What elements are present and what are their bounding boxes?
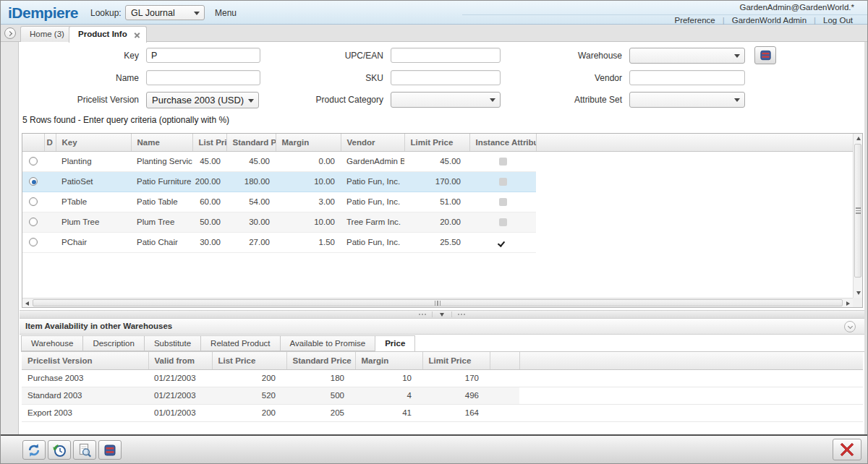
- attribute-set-select[interactable]: [629, 92, 745, 108]
- upc-input[interactable]: [391, 48, 501, 63]
- scrollbar-corner: [853, 298, 862, 307]
- cell-margin: 4: [355, 387, 422, 404]
- vertical-scrollbar[interactable]: [853, 134, 862, 298]
- product-attribute-button[interactable]: [754, 46, 776, 64]
- product-category-select[interactable]: [391, 92, 501, 108]
- tab-available-to-promise[interactable]: Available to Promise: [280, 335, 376, 351]
- tab-product-info[interactable]: Product Info: [69, 26, 147, 43]
- dropdown-arrow-icon: [248, 99, 254, 103]
- pricelist-version-label: Pricelist Version: [20, 92, 139, 108]
- availability-panel-header: Item Availability in other Warehouses: [20, 319, 864, 335]
- cell-name: Plum Tree: [131, 212, 192, 232]
- panel-splitter[interactable]: [20, 310, 864, 319]
- key-input[interactable]: [146, 48, 260, 63]
- role-link[interactable]: GardenWorld Admin: [725, 16, 814, 25]
- scroll-right-button[interactable]: [843, 298, 853, 308]
- history-button[interactable]: [48, 440, 71, 460]
- cell-list-price: 45.00: [192, 151, 226, 171]
- horizontal-scrollbar[interactable]: [22, 298, 853, 307]
- collapse-panel-button[interactable]: [844, 321, 856, 332]
- table-row[interactable]: Plum Tree Plum Tree 50.00 30.00 10.00 Tr…: [22, 212, 853, 232]
- refresh-button[interactable]: [22, 440, 46, 460]
- col-standard-price[interactable]: Standard Price: [226, 134, 276, 151]
- col-pricelist-version[interactable]: Pricelist Version: [22, 352, 148, 369]
- col-instance-attribute[interactable]: Instance Attribute: [469, 134, 536, 151]
- close-tab-icon[interactable]: [134, 32, 140, 38]
- table-row[interactable]: Planting Planting Service 45.00 45.00 0.…: [22, 151, 853, 171]
- expand-sidebar-button[interactable]: [4, 27, 16, 39]
- cell-vendor: Patio Fun, Inc.: [341, 171, 404, 192]
- scroll-down-button[interactable]: [854, 288, 863, 298]
- col-valid-from[interactable]: Valid from: [148, 352, 212, 369]
- col-list-price[interactable]: List Price: [192, 134, 226, 151]
- dropdown-arrow-icon: [490, 98, 495, 102]
- cancel-button[interactable]: [833, 439, 861, 460]
- cell-vendor: Patio Fun, Inc.: [341, 232, 404, 252]
- vertical-scroll-thumb[interactable]: [854, 144, 861, 278]
- chevron-right-icon: [7, 30, 12, 35]
- tab-related-product[interactable]: Related Product: [200, 335, 280, 351]
- scroll-down-icon: [856, 291, 861, 295]
- instance-attribute-checkbox: [499, 158, 507, 166]
- price-row[interactable]: Purchase 2003 01/21/2003 200 180 10 170: [22, 369, 863, 387]
- tab-description[interactable]: Description: [82, 335, 145, 351]
- col-key[interactable]: Key: [56, 134, 131, 151]
- vendor-input[interactable]: [629, 70, 745, 85]
- session-links: Preference|GardenWorld Admin|Log Out: [667, 16, 860, 25]
- cell-valid-from: 01/21/2003: [148, 387, 212, 404]
- row-select-radio[interactable]: [29, 197, 38, 206]
- horizontal-scroll-thumb[interactable]: [33, 299, 843, 306]
- upc-label: UPC/EAN: [264, 48, 383, 64]
- table-row[interactable]: PChair Patio Chair 30.00 27.00 1.50 Pati…: [22, 232, 853, 252]
- scroll-up-button[interactable]: [854, 134, 863, 143]
- menu-link[interactable]: Menu: [215, 8, 237, 18]
- price-row[interactable]: Standard 2003 01/21/2003 520 500 4 496: [22, 387, 863, 404]
- price-tab-content: Pricelist Version Valid from List Price …: [22, 352, 863, 422]
- cell-standard-price: 27.00: [226, 232, 276, 252]
- sku-input[interactable]: [391, 70, 501, 85]
- col-limit-price[interactable]: Limit Price: [404, 134, 469, 151]
- window-edge: [864, 42, 867, 434]
- col-margin[interactable]: Margin: [276, 134, 341, 151]
- row-select-radio[interactable]: [29, 157, 38, 166]
- lookup-select[interactable]: GL Journal: [125, 5, 205, 20]
- col-margin[interactable]: Margin: [355, 352, 422, 369]
- cell-margin: 0.00: [276, 151, 341, 171]
- logout-link[interactable]: Log Out: [816, 16, 860, 25]
- name-input[interactable]: [146, 70, 260, 85]
- tab-warehouse[interactable]: Warehouse: [21, 335, 83, 351]
- table-row-selected[interactable]: PatioSet Patio Furniture Set 200.00 180.…: [22, 171, 853, 192]
- price-row[interactable]: Export 2003 01/01/2003 200 205 41 164: [22, 404, 863, 421]
- col-vendor[interactable]: Vendor: [341, 134, 404, 151]
- cell-standard-price: 54.00: [226, 192, 276, 212]
- table-row[interactable]: PTable Patio Table 60.00 54.00 3.00 Pati…: [22, 192, 853, 212]
- cell-name: Patio Furniture Set: [131, 171, 192, 192]
- product-button[interactable]: [98, 440, 122, 460]
- col-standard-price[interactable]: Standard Price: [286, 352, 355, 369]
- preference-link[interactable]: Preference: [667, 16, 722, 25]
- row-select-radio[interactable]: [29, 238, 38, 246]
- cell-name: Patio Chair: [131, 232, 192, 252]
- col-limit-price[interactable]: Limit Price: [422, 352, 490, 369]
- tab-price[interactable]: Price: [375, 335, 415, 352]
- cell-pricelist-version: Export 2003: [22, 404, 148, 421]
- cell-standard-price: 30.00: [226, 212, 276, 232]
- warehouse-select[interactable]: [629, 48, 745, 64]
- zoom-button[interactable]: [73, 440, 96, 460]
- col-name[interactable]: Name: [131, 134, 192, 151]
- row-select-radio[interactable]: [29, 177, 38, 186]
- cell-standard-price: 180: [286, 369, 355, 387]
- cell-limit-price: 45.00: [404, 151, 469, 171]
- tab-substitute[interactable]: Substitute: [144, 335, 201, 351]
- scroll-left-button[interactable]: [22, 298, 32, 308]
- col-list-price[interactable]: List Price: [212, 352, 286, 369]
- cell-standard-price: 45.00: [226, 151, 276, 171]
- pricelist-version-value: Purchase 2003 (USD): [147, 93, 258, 108]
- tab-home[interactable]: Home (3): [20, 26, 74, 42]
- pricelist-version-select[interactable]: Purchase 2003 (USD): [146, 92, 259, 108]
- cell-name: Planting Service: [131, 151, 192, 171]
- col-d[interactable]: D: [44, 134, 56, 151]
- product-icon: [103, 443, 117, 457]
- row-select-radio[interactable]: [29, 218, 38, 226]
- splitter-collapse-button[interactable]: [432, 312, 452, 317]
